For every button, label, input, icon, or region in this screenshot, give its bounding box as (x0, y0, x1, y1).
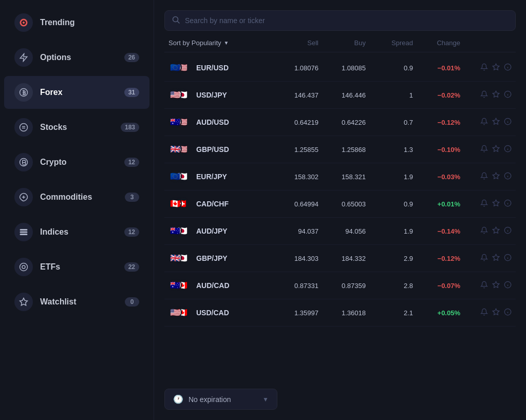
table-row[interactable]: 🇦🇺 🇨🇦 AUD/CAD 0.87331 0.87359 2.8 −0.07% (164, 272, 516, 299)
info-icon[interactable] (504, 118, 512, 127)
sidebar-item-commodities[interactable]: Commodities 3 (4, 181, 149, 214)
sidebar-commodities-label: Commodities (40, 193, 125, 202)
spread-value: 1.9 (366, 173, 413, 181)
action-icons (460, 172, 512, 182)
sell-price: 0.87331 (271, 282, 318, 290)
bell-icon[interactable] (480, 254, 488, 263)
star-icon[interactable] (492, 226, 500, 236)
sidebar-etfs-label: ETFs (40, 262, 124, 272)
table-row[interactable]: 🇬🇧 🇯🇵 GBP/JPY 184.303 184.332 2.9 −0.12% (164, 245, 516, 272)
table-row[interactable]: 🇺🇸 🇯🇵 USD/JPY 146.437 146.446 1 −0.02% (164, 82, 516, 109)
svg-marker-43 (493, 254, 499, 260)
info-icon[interactable] (504, 172, 512, 182)
star-icon[interactable] (492, 199, 500, 209)
bell-icon[interactable] (480, 172, 488, 182)
forex-icon (14, 83, 33, 102)
flag1-icon: 🇨🇦 (168, 197, 182, 210)
commodities-icon (14, 188, 33, 206)
svg-marker-3 (20, 54, 27, 62)
sidebar-item-trending[interactable]: Trending (4, 6, 149, 39)
sort-button[interactable]: Sort by Popularity ▼ (168, 39, 271, 47)
action-icons (460, 281, 512, 291)
info-icon[interactable] (504, 63, 512, 73)
bell-icon[interactable] (480, 145, 488, 155)
search-input[interactable] (185, 16, 508, 25)
info-icon[interactable] (504, 199, 512, 209)
sidebar-crypto-badge: 12 (124, 158, 139, 167)
flag1-icon: 🇪🇺 (168, 169, 182, 183)
info-icon[interactable] (504, 145, 512, 155)
action-icons (460, 199, 512, 209)
pair-flags: 🇪🇺 🇺🇸 (168, 61, 190, 75)
table-row[interactable]: 🇨🇦 🇨🇭 CAD/CHF 0.64994 0.65003 0.9 +0.01% (164, 190, 516, 218)
star-icon[interactable] (492, 63, 500, 73)
pair-flags: 🇦🇺 🇨🇦 (168, 278, 190, 293)
sidebar-item-options[interactable]: Options 26 (4, 41, 149, 74)
star-icon[interactable] (492, 145, 500, 155)
info-icon[interactable] (504, 90, 512, 100)
info-icon[interactable] (504, 226, 512, 236)
star-icon[interactable] (492, 308, 500, 318)
table-row[interactable]: 🇪🇺 🇺🇸 EUR/USD 1.08076 1.08085 0.9 −0.01% (164, 54, 516, 82)
pair-name: GBP/JPY (196, 254, 228, 262)
bell-icon[interactable] (480, 63, 488, 73)
sidebar-item-stocks[interactable]: Stocks 183 (4, 111, 149, 144)
sidebar-etfs-badge: 22 (124, 262, 139, 272)
pair-name: USD/CAD (196, 309, 229, 317)
watchlist-icon (14, 293, 33, 311)
spread-value: 0.9 (366, 64, 413, 72)
buy-price: 0.87359 (318, 282, 366, 290)
sidebar-item-crypto[interactable]: Crypto 12 (4, 146, 149, 179)
star-icon[interactable] (492, 281, 500, 291)
sidebar-forex-badge: 31 (124, 88, 139, 97)
svg-marker-51 (493, 309, 499, 315)
bell-icon[interactable] (480, 199, 488, 209)
pair-cell: 🇺🇸 🇯🇵 USD/JPY (168, 88, 271, 102)
bell-icon[interactable] (480, 308, 488, 318)
sidebar-item-etfs[interactable]: ETFs 22 (4, 251, 149, 283)
expiry-label: No expiration (189, 395, 257, 404)
sidebar-indices-label: Indices (40, 227, 124, 237)
table-row[interactable]: 🇺🇸 🇨🇦 USD/CAD 1.35997 1.36018 2.1 +0.05% (164, 299, 516, 327)
sidebar-item-indices[interactable]: Indices 12 (4, 216, 149, 249)
change-value: +0.05% (413, 309, 460, 317)
table-row[interactable]: 🇪🇺 🇯🇵 EUR/JPY 158.302 158.321 1.9 −0.03% (164, 163, 516, 190)
spread-value: 1.9 (366, 227, 413, 235)
change-value: −0.03% (413, 173, 460, 181)
change-value: −0.14% (413, 227, 460, 235)
spread-value: 2.1 (366, 309, 413, 317)
table-row[interactable]: 🇦🇺 🇺🇸 AUD/USD 0.64219 0.64226 0.7 −0.12% (164, 109, 516, 136)
change-value: −0.07% (413, 282, 460, 290)
sidebar-stocks-badge: 183 (121, 123, 139, 132)
pair-name: CAD/CHF (196, 200, 229, 208)
info-icon[interactable] (504, 281, 512, 291)
expiry-selector[interactable]: 🕐 No expiration ▼ (164, 389, 277, 410)
star-icon[interactable] (492, 172, 500, 182)
svg-rect-7 (20, 230, 27, 231)
bell-icon[interactable] (480, 281, 488, 291)
svg-marker-47 (493, 281, 499, 288)
table-row[interactable]: 🇦🇺 🇯🇵 AUD/JPY 94.037 94.056 1.9 −0.14% (164, 218, 516, 245)
bell-icon[interactable] (480, 226, 488, 236)
svg-marker-19 (493, 91, 499, 97)
star-icon[interactable] (492, 254, 500, 263)
action-icons (460, 308, 512, 318)
search-bar[interactable] (164, 10, 516, 31)
action-icons (460, 254, 512, 263)
star-icon[interactable] (492, 90, 500, 100)
action-icons (460, 226, 512, 236)
bell-icon[interactable] (480, 118, 488, 127)
sidebar-item-forex[interactable]: Forex 31 (4, 76, 149, 109)
info-icon[interactable] (504, 308, 512, 318)
info-icon[interactable] (504, 254, 512, 263)
sell-price: 94.037 (271, 227, 318, 235)
table-row[interactable]: 🇬🇧 🇺🇸 GBP/USD 1.25855 1.25868 1.3 −0.10% (164, 136, 516, 163)
bell-icon[interactable] (480, 90, 488, 100)
table-header: Sort by Popularity ▼ Sell Buy Spread Cha… (164, 39, 516, 52)
sidebar-item-watchlist[interactable]: Watchlist 0 (4, 285, 149, 318)
star-icon[interactable] (492, 118, 500, 127)
flag1-icon: 🇪🇺 (168, 61, 182, 74)
pair-cell: 🇦🇺 🇨🇦 AUD/CAD (168, 278, 271, 293)
sidebar-indices-badge: 12 (124, 227, 139, 237)
buy-price: 94.056 (318, 227, 366, 235)
